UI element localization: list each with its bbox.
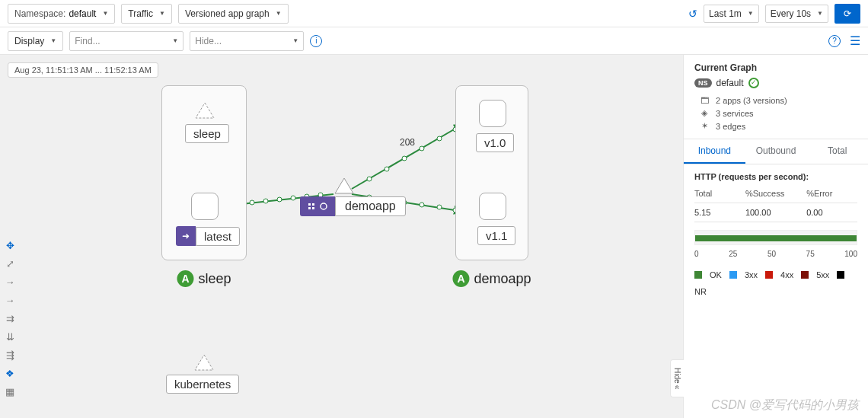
svg-line-9 [352, 123, 464, 189]
caret-down-icon: ▼ [817, 10, 823, 17]
swatch-4xx [765, 271, 773, 279]
history-icon[interactable]: ↺ [688, 8, 697, 20]
layout1-icon[interactable]: ⇉ [2, 311, 18, 326]
svg-point-25 [321, 203, 327, 209]
summary-services-text: 3 services [716, 109, 754, 118]
hide-panel-toggle[interactable]: Hide « [670, 359, 684, 397]
primary-toolbar: Namespace: default ▼ Traffic ▼ Versioned… [0, 0, 868, 27]
edge-rate-label: 208 [400, 137, 415, 148]
arrow-right-icon[interactable]: → [2, 292, 18, 308]
help-links: ? ☰ [828, 34, 860, 48]
caret-down-icon: ▼ [159, 10, 165, 17]
caret-down-icon: ▼ [50, 37, 56, 44]
fit-icon[interactable]: ⤢ [2, 256, 18, 271]
caret-down-icon: ▼ [748, 10, 754, 17]
svg-point-14 [437, 136, 442, 141]
layout2-icon[interactable]: ⇊ [2, 329, 18, 344]
graph-edges [0, 55, 683, 418]
layout3-icon[interactable]: ⇶ [2, 347, 18, 362]
app-group-sleep[interactable]: sleep ➜ latest A sleep [161, 85, 247, 260]
ns-name: default [716, 78, 744, 88]
status-legend: OK 3xx 4xx 5xx NR [684, 266, 868, 301]
app-label-demoapp: A demoapp [452, 270, 531, 287]
legend-icon[interactable]: ☰ [850, 34, 860, 48]
health-ok-icon [748, 78, 759, 88]
workload-label-latest: ➜ latest [176, 226, 240, 246]
namespace-label: Namespace: [14, 8, 65, 19]
legend-nr: NR [694, 287, 707, 296]
layout4-icon[interactable]: ❖ [2, 365, 18, 381]
service-node-sleep[interactable] [194, 101, 215, 120]
metric-table: Total %Success %Error 5.15 100.00 0.00 [684, 184, 868, 222]
summary-services: ◈3 services [699, 108, 857, 118]
help-icon[interactable]: i [310, 35, 322, 47]
drag-icon[interactable]: ✥ [2, 238, 18, 253]
layout5-icon[interactable]: ▦ [2, 384, 18, 399]
service-label-kubernetes: kubernetes [166, 375, 239, 394]
traffic-tabs: Inbound Outbound Total [684, 139, 868, 164]
workload-label-v11: v1.1 [477, 226, 515, 245]
hide-input[interactable]: Hide... ▼ [190, 31, 304, 51]
service-node-demoapp[interactable] [333, 177, 355, 195]
time-range-selector[interactable]: Last 1m ▼ [704, 5, 759, 23]
arrow-right-icon[interactable]: → [2, 274, 18, 289]
find-input[interactable]: Find... ▼ [69, 31, 183, 51]
namespace-row: NS default [694, 78, 857, 88]
timestamp-chip: Aug 23, 11:51:13 AM ... 11:52:13 AM [8, 62, 158, 78]
apps-icon: 🗔 [699, 96, 710, 105]
workload-node-v10[interactable] [479, 100, 506, 127]
tour-icon[interactable]: ? [828, 35, 841, 47]
col-error: %Error [806, 189, 857, 198]
service-label-demoapp: demoapp [300, 196, 406, 216]
svg-point-21 [437, 205, 442, 209]
graph-type-label: Versioned app graph [185, 8, 270, 19]
cell-success: 100.00 [745, 208, 806, 217]
app-group-demoapp[interactable]: v1.0 v1.1 A demoapp [455, 85, 528, 260]
refresh-interval-label: Every 10s [771, 8, 811, 19]
summary-list: 🗔2 apps (3 versions) ◈3 services ✶3 edge… [699, 96, 857, 131]
svg-point-10 [367, 177, 372, 181]
app-name-sleep: sleep [198, 271, 231, 287]
col-success: %Success [745, 189, 806, 198]
refresh-interval-selector[interactable]: Every 10s ▼ [765, 5, 828, 23]
workload-node-v11[interactable] [479, 193, 506, 220]
tab-total[interactable]: Total [806, 139, 868, 164]
service-label-sleep: sleep [185, 124, 229, 143]
refresh-button[interactable]: ⟳ [834, 4, 860, 24]
swatch-5xx [801, 271, 809, 279]
legend-3xx: 3xx [745, 270, 758, 279]
namespace-value: default [69, 8, 96, 19]
workload-node-latest[interactable] [191, 193, 219, 220]
side-panel: Hide « Current Graph NS default 🗔2 apps … [683, 55, 868, 418]
traffic-label: Traffic [128, 8, 153, 19]
route-icon: ➜ [176, 226, 196, 246]
secondary-toolbar: Display ▼ Find... ▼ Hide... ▼ i ? ☰ [0, 27, 868, 55]
swatch-ok [694, 271, 702, 279]
axis-75: 75 [806, 250, 815, 258]
summary-edges-text: 3 edges [716, 122, 745, 131]
axis-0: 0 [694, 250, 699, 258]
swatch-3xx [729, 271, 737, 279]
namespace-selector[interactable]: Namespace: default ▼ [8, 4, 115, 24]
tab-outbound[interactable]: Outbound [745, 139, 807, 164]
axis-50: 50 [767, 250, 776, 258]
tab-inbound[interactable]: Inbound [684, 139, 745, 164]
summary-apps-text: 2 apps (3 versions) [716, 96, 787, 105]
legend-ok: OK [710, 270, 722, 279]
traffic-selector[interactable]: Traffic ▼ [121, 4, 172, 24]
svg-point-11 [385, 167, 389, 171]
sparkline-bar [694, 230, 857, 245]
graph-type-selector[interactable]: Versioned app graph ▼ [178, 4, 289, 24]
display-selector[interactable]: Display ▼ [8, 31, 63, 51]
services-icon: ◈ [699, 108, 710, 118]
caret-down-icon: ▼ [172, 37, 178, 44]
metric-title: HTTP (requests per second): [684, 164, 868, 184]
graph-canvas[interactable]: Aug 23, 11:51:13 AM ... 11:52:13 AM ✥ ⤢ … [0, 55, 683, 418]
app-badge-icon: A [177, 270, 193, 287]
app-name-demoapp: demoapp [474, 271, 531, 287]
find-placeholder: Find... [75, 36, 100, 46]
sparkline-fill [695, 235, 857, 241]
service-node-kubernetes[interactable] [193, 353, 215, 372]
axis-25: 25 [729, 250, 737, 258]
edges-icon: ✶ [699, 121, 710, 131]
